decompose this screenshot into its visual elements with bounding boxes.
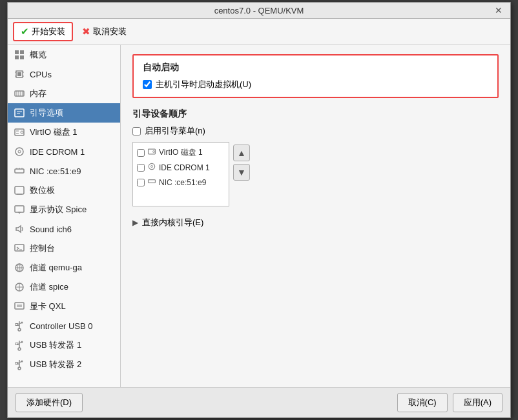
boot-menu-label[interactable]: 启用引导菜单(n) [145, 125, 205, 137]
start-label: 开始安装 [32, 26, 65, 37]
sidebar-item-usb-redirect1[interactable]: USB 转发器 1 [8, 335, 120, 355]
bottom-right: 取消(C) 应用(A) [397, 393, 502, 412]
sidebar-label-boot: 引导选项 [30, 107, 63, 119]
channel-spice-icon [13, 281, 26, 294]
sidebar-item-channel-qemu[interactable]: 信道 qemu-ga [8, 258, 120, 277]
sidebar-label-usb-redirect2: USB 转发器 2 [30, 359, 81, 370]
cancel-button[interactable]: 取消(C) [397, 393, 448, 412]
boot-item-virtio-disk-label: VirtIO 磁盘 1 [159, 147, 203, 158]
svg-point-60 [21, 361, 23, 363]
boot-item-cdrom-checkbox[interactable] [137, 164, 145, 172]
boot-item-nic: NIC :ce:51:e9 [136, 175, 226, 190]
svg-point-52 [18, 348, 21, 350]
sidebar-label-display-qxl: 显卡 QXL [30, 301, 66, 312]
window-title: centos7.0 - QEMU/KVM [26, 6, 492, 15]
usb-redirect1-icon [13, 339, 26, 352]
sidebar-item-ide-cdrom[interactable]: IDE CDROM 1 [8, 142, 120, 161]
boot-list: VirtIO 磁盘 1 IDE CDROM 1 [132, 142, 229, 206]
display-icon [13, 203, 26, 216]
svg-point-64 [153, 150, 155, 152]
start-icon: ✔ [21, 26, 29, 37]
boot-menu-checkbox[interactable] [132, 127, 141, 135]
sidebar-label-console: 控制台 [30, 243, 55, 254]
sidebar-item-virtio-disk[interactable]: VirtIO 磁盘 1 [8, 123, 120, 142]
sidebar-label-nic: NIC :ce:51:e9 [30, 166, 81, 176]
content-area: 自动启动 主机引导时启动虚拟机(U) 引导设备顺序 启用引导菜单(n) [121, 45, 510, 387]
sidebar-item-display-qxl[interactable]: 显卡 QXL [8, 297, 120, 316]
autostart-label[interactable]: 主机引导时启动虚拟机(U) [156, 79, 251, 90]
svg-rect-67 [149, 180, 156, 183]
close-button[interactable]: ✕ [492, 5, 505, 15]
sidebar-label-cpu: CPUs [30, 70, 52, 79]
svg-point-23 [18, 150, 21, 153]
sidebar-item-channel-spice[interactable]: 信道 spice [8, 277, 120, 297]
sidebar-item-console[interactable]: 控制台 [8, 239, 120, 258]
svg-point-66 [150, 165, 152, 167]
sidebar: 概览 CPUs 内存 引导选项 [8, 45, 121, 387]
bottom-left: 添加硬件(D) [16, 393, 83, 412]
sidebar-item-sound[interactable]: Sound ich6 [8, 219, 120, 239]
svg-rect-3 [20, 55, 24, 59]
svg-point-65 [149, 163, 154, 169]
svg-rect-63 [149, 149, 156, 154]
boot-item-nic-checkbox[interactable] [137, 179, 145, 186]
cpu-icon [13, 68, 26, 81]
boot-order-title: 引导设备顺序 [132, 108, 499, 120]
boot-arrows: ▲ ▼ [233, 142, 250, 206]
start-install-button[interactable]: ✔ 开始安装 [13, 22, 73, 41]
kernel-boot-arrow-icon: ▶ [132, 218, 138, 227]
svg-rect-0 [15, 50, 19, 54]
sidebar-label-usb-redirect1: USB 转发器 1 [30, 339, 81, 351]
sidebar-label-display: 显示协议 Spice [30, 204, 87, 215]
boot-item-virtio-disk-icon [147, 147, 156, 158]
sidebar-label-channel-qemu: 信道 qemu-ga [30, 262, 82, 274]
cancel-install-button[interactable]: ✖ 取消安装 [76, 23, 133, 40]
boot-move-up-button[interactable]: ▲ [233, 145, 250, 161]
sidebar-item-boot[interactable]: 引导选项 [8, 103, 120, 123]
boot-item-cdrom-icon [147, 162, 156, 173]
svg-rect-15 [15, 109, 24, 117]
sidebar-label-cdrom: IDE CDROM 1 [30, 147, 85, 157]
boot-move-down-button[interactable]: ▼ [233, 164, 250, 181]
virtio-disk-icon [13, 126, 26, 139]
sidebar-item-display[interactable]: 显示协议 Spice [8, 200, 120, 219]
sidebar-item-nic[interactable]: NIC :ce:51:e9 [8, 161, 120, 181]
boot-item-virtio-disk-checkbox[interactable] [137, 149, 145, 157]
boot-icon [13, 106, 26, 119]
autostart-checkbox[interactable] [143, 80, 152, 89]
svg-rect-24 [15, 169, 24, 173]
boot-item-nic-icon [147, 177, 156, 188]
apply-button[interactable]: 应用(A) [453, 393, 502, 412]
sidebar-item-usb-redirect2[interactable]: USB 转发器 2 [8, 355, 120, 374]
boot-item-cdrom-label: IDE CDROM 1 [159, 163, 210, 172]
svg-rect-30 [15, 206, 24, 212]
svg-rect-28 [15, 186, 24, 194]
svg-rect-1 [20, 50, 24, 54]
svg-rect-2 [15, 55, 19, 59]
sidebar-item-overview[interactable]: 概览 [8, 45, 120, 65]
svg-point-46 [18, 328, 21, 331]
sidebar-item-tablet[interactable]: 数位板 [8, 181, 120, 200]
usb-redirect2-icon [13, 358, 26, 371]
kernel-boot-section[interactable]: ▶ 直接内核引导(E) [132, 217, 499, 228]
add-hardware-button[interactable]: 添加硬件(D) [16, 393, 83, 412]
boot-item-cdrom: IDE CDROM 1 [136, 160, 226, 175]
sidebar-label-controller-usb: Controller USB 0 [30, 321, 93, 331]
sidebar-label-sound: Sound ich6 [30, 225, 72, 234]
sidebar-item-cpu[interactable]: CPUs [8, 65, 120, 84]
sidebar-item-controller-usb[interactable]: Controller USB 0 [8, 316, 120, 335]
cancel-label: 取消安装 [93, 26, 127, 37]
sidebar-label-channel-spice: 信道 spice [30, 281, 68, 293]
sidebar-item-memory[interactable]: 内存 [8, 84, 120, 103]
cdrom-icon [13, 145, 26, 158]
svg-point-58 [18, 367, 21, 370]
svg-marker-33 [16, 226, 21, 232]
svg-point-19 [21, 131, 23, 134]
toolbar: ✔ 开始安装 ✖ 取消安装 [8, 19, 510, 45]
autostart-checkbox-row: 主机引导时启动虚拟机(U) [143, 79, 488, 90]
main-area: 概览 CPUs 内存 引导选项 [8, 45, 510, 387]
boot-list-area: VirtIO 磁盘 1 IDE CDROM 1 [132, 142, 499, 206]
boot-order-section: 引导设备顺序 启用引导菜单(n) VirtIO 磁盘 1 [132, 108, 499, 206]
channel-qemu-icon [13, 261, 26, 274]
overview-icon [13, 48, 26, 61]
